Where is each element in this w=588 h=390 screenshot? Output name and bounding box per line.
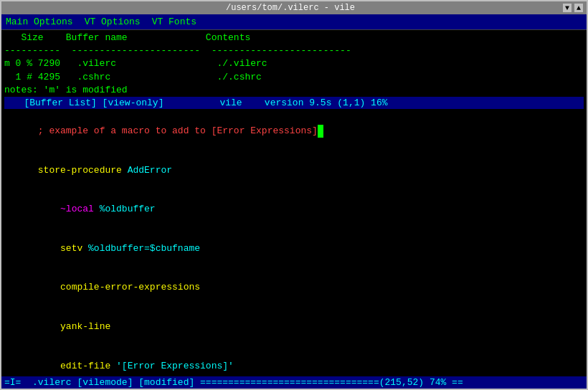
main-window: /users/tom/.vilerc - vile ▼ ▲ Main Optio… [0, 0, 588, 390]
editor-line-4: setv %oldbuffer=$cbufname [4, 229, 584, 269]
editor-pane[interactable]: ; example of a macro to add to [Error Ex… [1, 110, 587, 376]
editor-line-5: compile-error-expressions [4, 268, 584, 308]
editor-line-3: ~local %oldbuffer [4, 190, 584, 229]
maximize-button[interactable]: ▲ [574, 3, 584, 13]
kw-local: ~local [60, 204, 94, 214]
arg-local: %oldbuffer [94, 204, 156, 214]
editor-status-bar: =I= .vilerc [vilemode] [modified] ======… [1, 376, 587, 389]
buffer-separator: ---------- ----------------------- -----… [4, 44, 584, 57]
buffer-header: Size Buffer name Contents [4, 32, 584, 44]
editor-line-6: yank-line [4, 308, 584, 347]
buffer-row-vilerc: m 0 % 7290 .vilerc ./.vilerc [4, 57, 584, 70]
menu-vt-options[interactable]: VT Options [85, 16, 141, 27]
title-controls[interactable]: ▼ ▲ [562, 3, 584, 13]
buffer-notes: notes: 'm' is modified [4, 84, 584, 97]
proc-keyword: store-procedure [38, 165, 122, 176]
comment-text: ; example of a macro to add to [Error Ex… [38, 125, 318, 136]
menu-bar: Main Options VT Options VT Fonts [1, 14, 587, 30]
buffer-pane: Size Buffer name Contents ---------- ---… [1, 30, 587, 110]
minimize-button[interactable]: ▼ [562, 3, 572, 13]
indent-4 [38, 243, 60, 254]
kw-setv: setv [60, 243, 82, 254]
buffer-row-cshrc: 1 # 4295 .cshrc ./.cshrc [4, 71, 584, 84]
buffer-status-bar: [Buffer List] [view-only] vile version 9… [4, 97, 584, 109]
editor-line-1: ; example of a macro to add to [Error Ex… [4, 112, 584, 151]
indent-6 [38, 321, 60, 332]
menu-main-options[interactable]: Main Options [6, 16, 73, 27]
arg-editfile: '[Error Expressions]' [110, 361, 234, 371]
cursor [318, 125, 323, 138]
window-title: /users/tom/.vilerc - vile [19, 3, 562, 13]
editor-line-2: store-procedure AddError [4, 151, 584, 191]
indent-3 [38, 204, 60, 214]
editor-line-7: edit-file '[Error Expressions]' [4, 346, 584, 376]
menu-vt-fonts[interactable]: VT Fonts [152, 16, 196, 27]
kw-yank: yank-line [60, 321, 110, 332]
kw-editfile: edit-file [60, 361, 110, 371]
indent-7 [38, 361, 60, 371]
kw-compile1: compile-error-expressions [60, 282, 200, 292]
title-bar: /users/tom/.vilerc - vile ▼ ▲ [1, 1, 587, 14]
arg-setv: %oldbuffer=$cbufname [82, 243, 200, 254]
proc-name: AddError [122, 165, 172, 176]
indent-5 [38, 282, 60, 292]
